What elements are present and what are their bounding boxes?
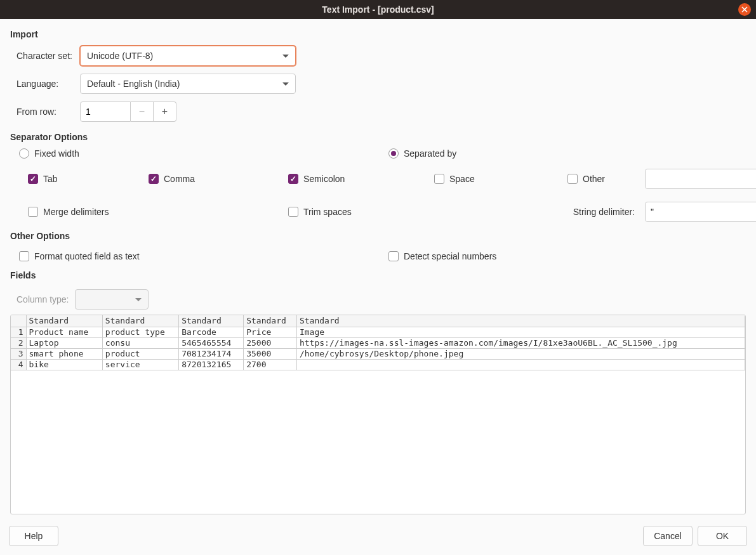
radio-fixed-width[interactable]: Fixed width [19, 148, 388, 159]
checkbox-icon [288, 174, 298, 184]
table-cell[interactable] [296, 359, 745, 370]
close-icon [741, 6, 748, 13]
merge-label: Merge delimiters [43, 207, 109, 217]
help-button[interactable]: Help [9, 526, 58, 546]
table-cell[interactable]: Price [244, 327, 297, 337]
row-number-cell[interactable]: 1 [11, 327, 26, 337]
checkbox-icon [19, 251, 29, 261]
row-number-cell[interactable]: 3 [11, 348, 26, 359]
charset-dropdown[interactable]: Unicode (UTF-8) [80, 46, 296, 66]
checkbox-icon [388, 251, 399, 261]
trim-label: Trim spaces [303, 207, 352, 217]
row-number-header[interactable] [11, 315, 26, 327]
check-detect-special[interactable]: Detect special numbers [388, 251, 746, 261]
table-cell[interactable]: product type [102, 327, 178, 337]
table-row: 1Product nameproduct typeBarcodePriceIma… [11, 327, 745, 337]
fromrow-label: From row: [17, 107, 80, 117]
radio-icon [19, 148, 29, 159]
section-other-title: Other Options [10, 231, 746, 241]
table-cell[interactable]: 25000 [244, 337, 297, 348]
format-quoted-label: Format quoted field as text [34, 251, 140, 261]
column-header[interactable]: Standard [26, 315, 102, 327]
checkbox-icon [434, 174, 444, 184]
column-header[interactable]: Standard [102, 315, 178, 327]
table-cell[interactable]: https://images-na.ssl-images-amazon.com/… [296, 337, 745, 348]
table-cell[interactable]: /home/cybrosys/Desktop/phone.jpeg [296, 348, 745, 359]
cancel-button[interactable]: Cancel [643, 526, 693, 546]
tab-label: Tab [43, 174, 58, 184]
section-separator-title: Separator Options [10, 132, 746, 142]
section-import-title: Import [10, 29, 746, 39]
other-delimiter-input[interactable] [645, 169, 756, 189]
table-cell[interactable]: 35000 [244, 348, 297, 359]
string-delimiter-combo[interactable] [645, 202, 756, 222]
check-format-quoted[interactable]: Format quoted field as text [19, 251, 388, 261]
language-value: Default - English (India) [87, 79, 180, 89]
column-header[interactable]: Standard [244, 315, 297, 327]
chevron-down-icon [282, 55, 289, 58]
fixed-width-label: Fixed width [34, 148, 79, 159]
column-header[interactable]: Standard [296, 315, 745, 327]
table-cell[interactable]: 2700 [244, 359, 297, 370]
other-label: Other [583, 174, 605, 184]
table-row: 3smart phoneproduct708123417435000/home/… [11, 348, 745, 359]
check-space[interactable]: Space [434, 174, 567, 184]
table-cell[interactable]: Barcode [179, 327, 244, 337]
checkbox-icon [28, 207, 38, 217]
charset-value: Unicode (UTF-8) [87, 51, 153, 61]
table-cell[interactable]: 8720132165 [179, 359, 244, 370]
table-cell[interactable]: 7081234174 [179, 348, 244, 359]
column-type-dropdown[interactable] [75, 289, 149, 310]
chevron-down-icon [135, 298, 142, 301]
string-delimiter-input[interactable] [645, 202, 756, 222]
row-number-cell[interactable]: 2 [11, 337, 26, 348]
chevron-down-icon [282, 82, 289, 86]
check-tab[interactable]: Tab [28, 174, 149, 184]
language-label: Language: [17, 79, 80, 89]
table-cell[interactable]: Image [296, 327, 745, 337]
table-cell[interactable]: smart phone [26, 348, 102, 359]
comma-label: Comma [164, 174, 195, 184]
fromrow-input[interactable] [80, 101, 131, 122]
close-button[interactable] [738, 3, 751, 16]
table-cell[interactable]: 5465465554 [179, 337, 244, 348]
ok-button[interactable]: OK [698, 526, 747, 546]
check-other[interactable]: Other [567, 174, 637, 184]
string-delimiter-label: String delimiter: [573, 207, 635, 217]
column-type-label: Column type: [17, 294, 69, 304]
window-title: Text Import - [product.csv] [322, 4, 434, 15]
table-cell[interactable]: bike [26, 359, 102, 370]
language-dropdown[interactable]: Default - English (India) [80, 74, 296, 94]
dialog-footer: Help Cancel OK [0, 519, 756, 555]
table-row: 2Laptopconsu546546555425000https://image… [11, 337, 745, 348]
check-comma[interactable]: Comma [149, 174, 288, 184]
checkbox-icon [149, 174, 159, 184]
table-cell[interactable]: Product name [26, 327, 102, 337]
separated-by-label: Separated by [404, 148, 456, 159]
check-trim-spaces[interactable]: Trim spaces [288, 207, 434, 217]
check-semicolon[interactable]: Semicolon [288, 174, 434, 184]
table-cell[interactable]: product [102, 348, 178, 359]
titlebar: Text Import - [product.csv] [0, 0, 756, 19]
semicolon-label: Semicolon [303, 174, 345, 184]
table-cell[interactable]: Laptop [26, 337, 102, 348]
detect-special-label: Detect special numbers [404, 251, 496, 261]
radio-icon [388, 148, 399, 159]
table-row: 4bikeservice87201321652700 [11, 359, 745, 370]
section-fields-title: Fields [10, 270, 746, 280]
checkbox-icon [567, 174, 578, 184]
charset-label: Character set: [17, 51, 80, 61]
radio-separated-by[interactable]: Separated by [388, 148, 746, 159]
fromrow-spinner[interactable]: − + [80, 101, 176, 122]
checkbox-icon [28, 174, 38, 184]
fromrow-decrement[interactable]: − [131, 101, 154, 122]
column-header[interactable]: Standard [179, 315, 244, 327]
check-merge-delimiters[interactable]: Merge delimiters [28, 207, 149, 217]
row-number-cell[interactable]: 4 [11, 359, 26, 370]
preview-table[interactable]: StandardStandardStandardStandardStandard… [10, 315, 746, 514]
table-cell[interactable]: consu [102, 337, 178, 348]
space-label: Space [449, 174, 475, 184]
fromrow-increment[interactable]: + [154, 101, 176, 122]
table-cell[interactable]: service [102, 359, 178, 370]
checkbox-icon [288, 207, 298, 217]
